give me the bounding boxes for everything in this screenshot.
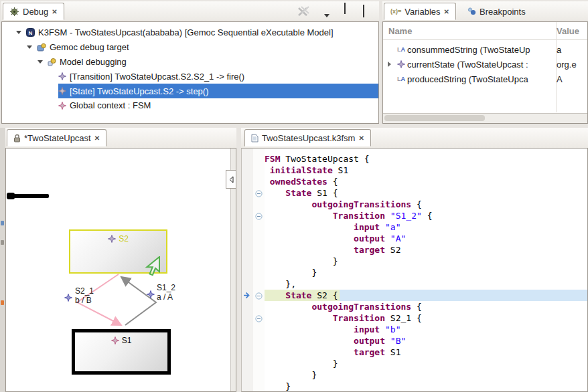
transition-label-S2_1[interactable]: S2_1b / B <box>75 287 94 305</box>
debug-tree-row[interactable]: NK3FSM - TwoStatesUpcast(abababa) [Gemoc… <box>2 25 378 40</box>
debug-tree-row[interactable]: Global context : FSM <box>2 98 378 113</box>
transition-label-icon[interactable] <box>64 294 72 302</box>
minimize-icon[interactable] <box>344 3 346 13</box>
code-line: target S1 <box>265 347 587 358</box>
star-purple-icon <box>58 72 66 80</box>
expander-icon[interactable] <box>14 31 23 34</box>
code-line: output "A" <box>265 233 587 244</box>
svg-text:N: N <box>29 30 33 36</box>
trim-icon-blue[interactable] <box>1 221 4 225</box>
diagram-editor: *TwoStateUpcast ✕ S2S1S2_1b / BS1_2a / A <box>5 128 236 392</box>
column-header-name[interactable]: Name <box>383 26 550 36</box>
code-line: State S2 { <box>265 290 587 301</box>
current-instruction-pointer-icon <box>242 291 252 302</box>
debug-tree-row[interactable]: [State] TwoStateUpcast.S2 -> step() <box>2 84 378 98</box>
code-line: Transition S2_1 { <box>265 312 587 324</box>
engine-icon: N <box>26 28 35 37</box>
code-line: } <box>265 267 587 278</box>
remove-all-terminated-button[interactable] <box>296 6 311 19</box>
debug-tree-row[interactable]: [Transition] TwoStateUpcast.S2.S2_1 -> f… <box>2 69 378 84</box>
model-debugging-icon <box>48 58 56 66</box>
tab-breakpoints[interactable]: Breakpoints <box>461 3 532 20</box>
tab-k3fsm-label: TwoStatesUpcast.k3fsm <box>262 133 355 143</box>
expander-icon[interactable] <box>35 60 45 64</box>
code-line: initialState S1 <box>265 165 587 176</box>
horizontal-scrollbar[interactable] <box>383 113 587 123</box>
debug-tree-row[interactable]: Model debugging <box>2 55 378 70</box>
star-pink-icon <box>58 102 66 110</box>
maximize-icon[interactable] <box>363 7 364 17</box>
tab-variables[interactable]: (x)= Variables ✕ <box>384 3 456 20</box>
debug-bug-icon <box>9 7 19 17</box>
code-line: FSM TwoStateUpcast { <box>265 153 587 165</box>
tab-breakpoints-label: Breakpoints <box>480 7 526 17</box>
code-line: target S2 <box>265 244 587 256</box>
debug-tree-row-label: K3FSM - TwoStatesUpcast(abababa) [Gemoc … <box>38 27 334 37</box>
transition-name: S1_2 <box>157 284 175 293</box>
code-editor: TwoStatesUpcast.k3fsm ✕ FSM TwoStateUpca… <box>241 128 588 392</box>
debug-tree-row-label: Model debugging <box>60 57 127 67</box>
variable-name: producedString (TwoStateUpca <box>407 74 528 84</box>
code-line: outgoingTransitions { <box>265 199 587 210</box>
tab-k3fsm-file[interactable]: TwoStatesUpcast.k3fsm ✕ <box>244 129 371 146</box>
code-line: }, <box>265 278 587 290</box>
variables-view: (x)= Variables ✕ Breakpoints Name Value … <box>382 1 588 124</box>
variable-row[interactable]: LAconsummedString (TwoStateUpa <box>383 42 587 57</box>
variable-name: currentState (TwoStateUpcast : <box>407 60 528 70</box>
star-gray-icon <box>58 87 66 95</box>
folding-ruler[interactable] <box>253 149 265 391</box>
debug-view-header: Debug ✕ <box>1 1 379 22</box>
transition-edges[interactable] <box>6 189 232 391</box>
close-icon[interactable]: ✕ <box>358 134 364 142</box>
code-line: output "B" <box>265 335 587 347</box>
code-line: outgoingTransitions { <box>265 301 587 312</box>
fold-collapse-icon[interactable] <box>255 189 263 199</box>
transition-label-icon[interactable] <box>147 290 155 298</box>
code-line: input "a" <box>265 221 587 233</box>
variable-row[interactable]: currentState (TwoStateUpcast :org.e <box>383 57 587 72</box>
transition-label-S1_2[interactable]: S1_2a / A <box>157 284 175 302</box>
tab-diagram[interactable]: *TwoStateUpcast ✕ <box>7 129 106 146</box>
tool-cursor-icon <box>139 256 161 278</box>
code-line: } <box>265 358 587 369</box>
view-menu-icon[interactable] <box>324 9 329 19</box>
fold-collapse-icon[interactable] <box>255 314 263 324</box>
tab-variables-label: Variables <box>405 7 440 17</box>
variable-value: A <box>550 74 563 84</box>
tab-diagram-label: *TwoStateUpcast <box>24 133 91 143</box>
close-icon[interactable]: ✕ <box>444 8 449 15</box>
code-line: State S1 { <box>265 187 587 199</box>
code-line: input "b" <box>265 324 587 335</box>
breakpoints-icon <box>467 7 476 15</box>
variable-value: a <box>550 45 561 55</box>
variables-view-header: (x)= Variables ✕ Breakpoints <box>382 1 588 22</box>
transition-name: S2_1 <box>75 287 94 296</box>
close-icon[interactable]: ✕ <box>94 134 100 142</box>
code-text-area[interactable]: FSM TwoStateUpcast { initialState S1 own… <box>265 149 587 391</box>
palette-collapse-button[interactable] <box>226 170 236 189</box>
diagram-editor-header: *TwoStateUpcast ✕ <box>5 128 236 149</box>
code-editor-header: TwoStatesUpcast.k3fsm ✕ <box>241 128 588 149</box>
code-line: Transition "S1_2" { <box>265 210 587 221</box>
close-icon[interactable]: ✕ <box>52 8 57 15</box>
debug-target-icon <box>37 43 46 52</box>
trim-icon-gray[interactable] <box>1 240 4 245</box>
variable-value: org.e <box>550 60 577 70</box>
tab-debug[interactable]: Debug ✕ <box>3 3 64 20</box>
trim-icon-orange[interactable] <box>1 300 4 305</box>
annotation-ruler[interactable] <box>242 149 254 391</box>
debug-tree-row[interactable]: Gemoc debug target <box>2 40 378 55</box>
expander-icon[interactable] <box>25 45 34 49</box>
fold-collapse-icon[interactable] <box>255 212 263 222</box>
fold-collapse-icon[interactable] <box>255 292 263 302</box>
code-line: } <box>265 369 587 381</box>
expander-icon[interactable] <box>383 62 395 67</box>
file-icon <box>251 134 259 142</box>
transition-edge-S1_2[interactable] <box>121 277 156 325</box>
column-header-value[interactable]: Value <box>550 26 579 36</box>
variable-row[interactable]: LAproducedString (TwoStateUpcaA <box>383 72 587 86</box>
diagram-canvas[interactable]: S2S1S2_1b / BS1_2a / A <box>6 189 236 391</box>
debug-tree-row-label: [Transition] TwoStateUpcast.S2.S2_1 -> f… <box>70 72 244 82</box>
debug-tree-row-label: Global context : FSM <box>70 100 151 110</box>
code-line: ownedStates { <box>265 176 587 187</box>
